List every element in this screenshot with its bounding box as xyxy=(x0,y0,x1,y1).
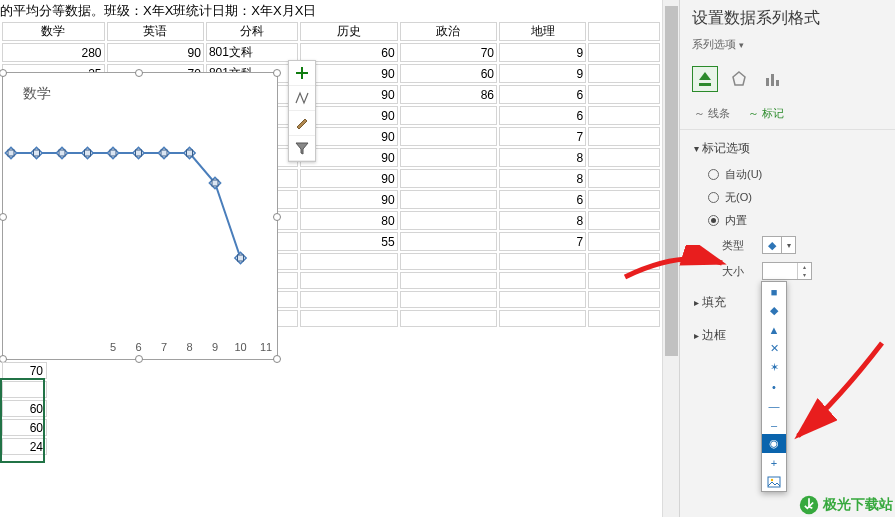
format-pane: 设置数据系列格式 系列选项 ～ 线条 ～ 标记 标记选项 自动(U) 无(O) … xyxy=(679,0,895,517)
chevron-down-icon[interactable]: ▾ xyxy=(781,237,795,253)
svg-rect-2 xyxy=(59,150,65,156)
svg-rect-9 xyxy=(238,255,244,261)
section-border[interactable]: 边框 xyxy=(680,317,895,350)
svg-rect-15 xyxy=(768,477,780,487)
col-geography[interactable]: 地理 xyxy=(499,22,586,41)
svg-point-16 xyxy=(771,478,773,480)
marker-opt-picture[interactable] xyxy=(762,472,786,491)
svg-rect-8 xyxy=(212,180,218,186)
section-marker-options[interactable]: 标记选项 xyxy=(680,130,895,163)
chart-add-element-icon[interactable] xyxy=(289,61,315,86)
marker-type-dropdown: ■ ◆ ▲ ✕ ✶ • — – ◉ + xyxy=(761,281,787,492)
pane-title: 设置数据系列格式 xyxy=(680,0,895,33)
svg-rect-7 xyxy=(187,150,193,156)
table-row[interactable]: 28090801文科60709 xyxy=(2,43,660,62)
svg-rect-5 xyxy=(136,150,142,156)
tab-marker[interactable]: ～ 标记 xyxy=(748,106,784,121)
series-options-icon[interactable] xyxy=(760,66,786,92)
x-tick: 10 xyxy=(234,341,246,353)
marker-opt-dash[interactable]: — xyxy=(762,396,786,415)
label-size: 大小 xyxy=(722,264,762,279)
marker-opt-square[interactable]: ■ xyxy=(762,282,786,301)
watermark: 极光下载站 xyxy=(799,495,893,515)
svg-rect-3 xyxy=(85,150,91,156)
marker-size-spinner[interactable]: ▴▾ xyxy=(762,262,812,280)
x-tick: 8 xyxy=(186,341,192,353)
svg-rect-13 xyxy=(771,74,774,86)
x-tick: 9 xyxy=(212,341,218,353)
resize-handle[interactable] xyxy=(273,355,281,363)
fill-line-icon[interactable] xyxy=(692,66,718,92)
marker-opt-dot[interactable]: • xyxy=(762,377,786,396)
col-branch[interactable]: 分科 xyxy=(206,22,298,41)
resize-handle[interactable] xyxy=(135,355,143,363)
chart-brush-icon[interactable] xyxy=(289,111,315,136)
svg-rect-12 xyxy=(766,78,769,86)
effects-icon[interactable] xyxy=(726,66,752,92)
chart-object[interactable]: 数学 567891011 xyxy=(2,72,278,360)
col-history[interactable]: 历史 xyxy=(300,22,397,41)
radio-auto[interactable]: 自动(U) xyxy=(680,163,895,186)
svg-rect-10 xyxy=(699,83,711,86)
chart-mini-toolbar xyxy=(288,60,316,162)
marker-opt-circle[interactable]: ◉ xyxy=(762,434,786,453)
selection-box xyxy=(0,378,45,463)
marker-opt-triangle[interactable]: ▲ xyxy=(762,320,786,339)
svg-rect-14 xyxy=(776,80,779,86)
svg-rect-4 xyxy=(110,150,116,156)
series-options-dropdown[interactable]: 系列选项 xyxy=(680,33,895,62)
marker-opt-x[interactable]: ✕ xyxy=(762,339,786,358)
scroll-thumb[interactable] xyxy=(665,6,678,356)
chart-filter-icon[interactable] xyxy=(289,136,315,161)
col-politics[interactable]: 政治 xyxy=(400,22,497,41)
x-tick: 7 xyxy=(161,341,167,353)
marker-type-combo[interactable]: ◆ ▾ xyxy=(762,236,796,254)
chart-styles-icon[interactable] xyxy=(289,86,315,111)
tab-line[interactable]: ～ 线条 xyxy=(694,106,730,121)
resize-handle[interactable] xyxy=(273,69,281,77)
chart-plot[interactable]: 567891011 xyxy=(3,73,279,361)
resize-handle[interactable] xyxy=(273,213,281,221)
col-math[interactable]: 数学 xyxy=(2,22,105,41)
svg-rect-1 xyxy=(34,150,40,156)
title-text: 的平均分等数据。班级：X年X班统计日期：X年X月X日 xyxy=(0,0,662,20)
watermark-icon xyxy=(799,495,819,515)
svg-rect-0 xyxy=(8,150,14,156)
svg-marker-11 xyxy=(733,72,745,85)
x-tick: 11 xyxy=(260,341,272,353)
vertical-scrollbar[interactable] xyxy=(662,0,679,517)
marker-opt-star[interactable]: ✶ xyxy=(762,358,786,377)
svg-rect-6 xyxy=(161,150,167,156)
radio-none[interactable]: 无(O) xyxy=(680,186,895,209)
resize-handle[interactable] xyxy=(135,69,143,77)
header-row: 数学 英语 分科 历史 政治 地理 xyxy=(2,22,660,41)
marker-opt-plus[interactable]: + xyxy=(762,453,786,472)
section-fill[interactable]: 填充 xyxy=(680,284,895,317)
x-tick: 6 xyxy=(135,341,141,353)
marker-opt-diamond[interactable]: ◆ xyxy=(762,301,786,320)
list-item[interactable]: 70 xyxy=(2,362,47,379)
marker-opt-minus[interactable]: – xyxy=(762,415,786,434)
radio-builtin[interactable]: 内置 xyxy=(680,209,895,232)
marker-current-glyph: ◆ xyxy=(763,237,781,253)
x-tick: 5 xyxy=(110,341,116,353)
label-type: 类型 xyxy=(722,238,762,253)
col-english[interactable]: 英语 xyxy=(107,22,204,41)
